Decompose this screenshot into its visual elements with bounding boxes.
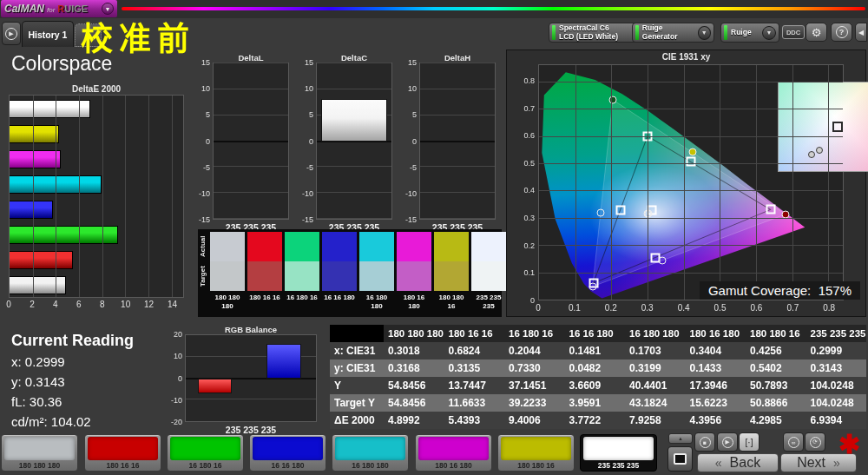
reading-y: y: 0.3143 (11, 374, 65, 389)
y-tick-label: 0.1 (514, 268, 535, 277)
table-header-cell: 16 16 180 (565, 325, 626, 342)
gridline (828, 65, 829, 300)
gridline (792, 65, 793, 300)
single-measure-icon: [·] (746, 438, 753, 447)
table-cell: 4.3956 (686, 412, 746, 429)
patch-button-180 16 180[interactable]: 180 16 180 (415, 434, 492, 472)
y-tick-label: 5 (197, 110, 210, 119)
patch-color-chip (583, 437, 654, 460)
table-cell: 39.2233 (504, 394, 565, 412)
swatch-label: 180 180 180 (210, 294, 245, 311)
gridline (186, 399, 316, 399)
back-chevron-icon: « (715, 456, 722, 470)
cie-chart-title: CIE 1931 xy (507, 52, 865, 62)
inset-target-marker (832, 122, 843, 132)
table-cell: 0.2999 (806, 342, 867, 360)
back-button[interactable]: « Back (697, 453, 779, 472)
x-tick-label: 0.2 (605, 303, 617, 313)
table-cell: 43.1824 (625, 394, 686, 412)
bar-180 16 180 (10, 150, 61, 168)
patch-button-16 180 180[interactable]: 16 180 180 (332, 434, 409, 472)
gridline (420, 218, 495, 219)
gridline (420, 166, 495, 167)
delta-chart-plot (419, 63, 496, 220)
patch-button-180 180 16[interactable]: 180 180 16 (497, 434, 575, 472)
gear-icon: ⚙ (812, 26, 822, 39)
generator-dropdown-icon[interactable]: ▼ (698, 26, 711, 40)
patch-color-chip (88, 437, 158, 460)
target-point-marker (686, 157, 695, 167)
patch-button-235 235 235[interactable]: 235 235 235 (580, 434, 657, 472)
display-dropdown[interactable]: Ruige ▼ (720, 23, 779, 43)
gridline (420, 115, 495, 115)
table-cell: 50.7893 (746, 377, 806, 394)
actual-swatch (471, 232, 506, 261)
x-tick-label: 0.8 (823, 303, 835, 313)
y-tick-label: 0.3 (514, 214, 535, 222)
refresh-button[interactable]: ⟳ (805, 432, 825, 452)
x-tick-label: 2 (30, 300, 35, 309)
swatch-label: 180 16 180 (397, 294, 431, 311)
help-button[interactable]: ? (831, 23, 852, 42)
swatch-column: 16 16 180 (322, 232, 357, 311)
continuous-measure-button[interactable]: ∞ (783, 432, 804, 452)
table-cell: 4.8992 (384, 412, 444, 429)
patch-button-16 180 16[interactable]: 16 180 16 (167, 434, 244, 472)
meter-status-strip (552, 25, 556, 40)
play-button[interactable]: ▶ (717, 432, 738, 452)
patch-color-chip (418, 437, 489, 460)
cie-whitepoint-inset (778, 82, 868, 172)
x-tick-label: 0.1 (569, 303, 581, 313)
gridline (539, 163, 843, 164)
patch-button-16 16 180[interactable]: 16 16 180 (249, 434, 326, 472)
stop-button[interactable]: ■ (694, 432, 715, 452)
y-tick-label: 0 (514, 296, 535, 305)
generator-dropdown[interactable]: Ruige Generator ▼ (632, 23, 714, 43)
gridline (684, 65, 685, 300)
table-cell: 4.2985 (746, 412, 806, 429)
table-cell: 0.3143 (806, 360, 867, 377)
target-swatch (322, 261, 357, 291)
gridline (539, 218, 843, 219)
ddc-button[interactable]: DDC (782, 25, 805, 39)
patch-button-180 16 16[interactable]: 180 16 16 (84, 434, 161, 472)
table-cell: 17.3946 (686, 377, 746, 394)
y-tick-label: 20 (163, 330, 182, 339)
rgb-bar-Blue (266, 344, 301, 379)
display-status-strip (724, 25, 727, 40)
generator-label: Ruige Generator (642, 24, 698, 41)
y-tick-label: 15 (300, 58, 313, 67)
bar-180 180 16 (10, 125, 59, 143)
gridline (539, 82, 843, 82)
target-row-label: Target (199, 261, 208, 291)
swatch-label: 16 180 180 (359, 294, 394, 311)
patch-button-180 180 180[interactable]: 180 180 180 (1, 434, 78, 472)
delta-bar (321, 99, 387, 142)
actual-swatch (210, 232, 245, 261)
settings-button[interactable]: ⚙ (806, 23, 827, 42)
patch-label: 180 16 180 (416, 461, 491, 470)
x-tick-label: 0 (6, 300, 11, 309)
single-measure-button[interactable]: [·] (739, 432, 760, 452)
actual-swatch (434, 232, 469, 261)
table-cell: 7.9258 (625, 412, 686, 429)
gridline (214, 63, 288, 63)
gridline (720, 65, 720, 300)
gridline (539, 190, 843, 191)
actual-swatch (322, 232, 357, 261)
session-play-button[interactable]: ▶ (2, 22, 21, 45)
measured-point-marker (596, 208, 604, 216)
gridline (420, 63, 495, 63)
patch-bar-up-button[interactable]: ▲ (668, 433, 693, 444)
table-cell: 6.9394 (806, 412, 867, 429)
tab-history-1[interactable]: History 1 (22, 21, 74, 47)
table-cell: 0.1481 (565, 342, 626, 360)
table-cell: 5.4393 (444, 412, 505, 429)
display-dropdown-icon[interactable]: ▼ (762, 26, 776, 40)
table-header-cell: 180 180 180 (384, 325, 444, 342)
table-header-cell: 16 180 180 (625, 325, 686, 342)
y-tick-label: -15 (404, 215, 417, 224)
collapse-panel-button[interactable]: ◀ (855, 23, 867, 42)
patch-window-button[interactable] (667, 446, 693, 472)
y-tick-label: 15 (404, 58, 417, 67)
